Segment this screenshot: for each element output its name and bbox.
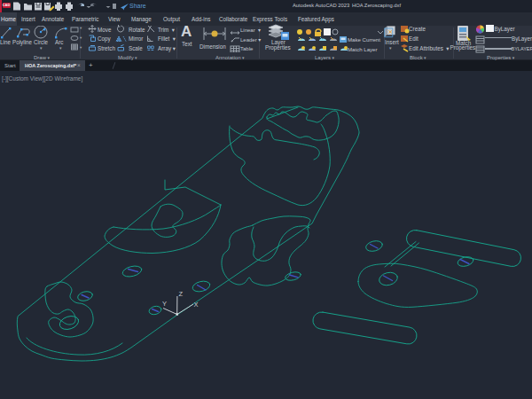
svg-text:Z: Z	[179, 290, 184, 298]
svg-text:X: X	[194, 301, 199, 309]
svg-text:Y: Y	[162, 300, 167, 308]
